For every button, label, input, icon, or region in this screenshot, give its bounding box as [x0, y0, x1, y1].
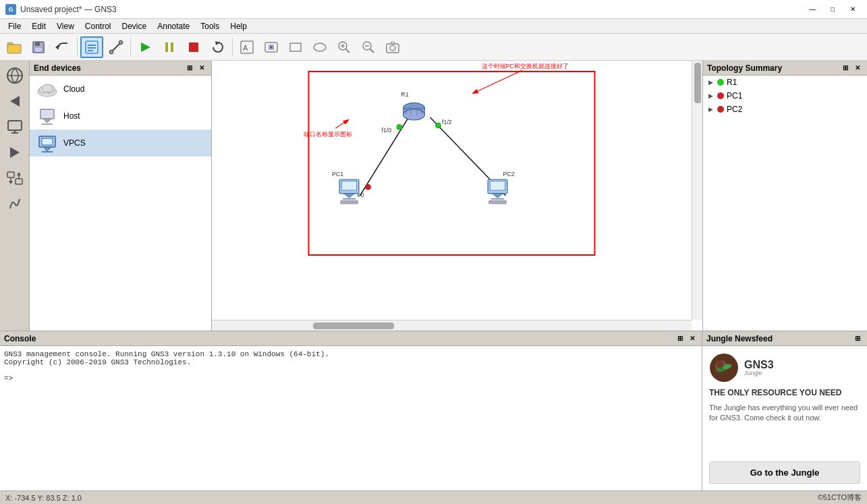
svg-rect-66: [341, 181, 356, 190]
zoom-in-button[interactable]: [333, 36, 356, 58]
camera-button[interactable]: [381, 36, 404, 58]
menu-tools[interactable]: Tools: [195, 20, 225, 32]
left-sidebar: [0, 61, 30, 331]
browse-all-button[interactable]: [3, 63, 27, 88]
vertical-scrollbar-thumb[interactable]: [694, 63, 701, 103]
console-title: Console: [4, 334, 675, 343]
titlebar: G Unsaved project* — GNS3 — □ ✕: [0, 0, 867, 19]
vertical-scrollbar[interactable]: [692, 61, 702, 320]
back-button[interactable]: [3, 89, 27, 113]
open-folder-button[interactable]: [3, 36, 26, 58]
edit-text-button[interactable]: A: [235, 36, 258, 58]
undo-button[interactable]: [51, 36, 74, 58]
window-title: Unsaved project* — GNS3: [20, 5, 117, 14]
menu-control[interactable]: Control: [80, 20, 117, 32]
vpcs-label: VPCS: [63, 138, 86, 148]
horizontal-scrollbar[interactable]: [212, 320, 692, 331]
svg-rect-14: [171, 43, 173, 52]
jungle-title: Jungle Newsfeed: [706, 334, 852, 343]
minimize-button[interactable]: —: [804, 3, 821, 16]
ellipse-button[interactable]: [308, 36, 331, 58]
svg-text:A: A: [243, 44, 248, 52]
menu-file[interactable]: File: [3, 20, 26, 32]
ts-close-button[interactable]: ✕: [852, 63, 863, 74]
forward-button[interactable]: [3, 140, 27, 165]
annotation-connected: 这个时候PC和交换机就连接好了: [482, 63, 569, 69]
jungle-logo-icon: [709, 353, 739, 383]
ts-label-pc1: PC1: [727, 91, 742, 101]
ts-item-pc2[interactable]: ▶ PC2: [703, 103, 867, 116]
svg-marker-12: [141, 43, 150, 52]
ts-chevron-pc2: ▶: [708, 106, 713, 113]
ts-expand-button[interactable]: ⊞: [840, 63, 851, 74]
add-link-button[interactable]: [105, 36, 128, 58]
svg-rect-50: [40, 109, 54, 119]
horizontal-scrollbar-thumb[interactable]: [313, 323, 394, 329]
menu-device[interactable]: Device: [117, 20, 152, 32]
svg-marker-73: [493, 194, 503, 198]
svg-point-23: [314, 43, 326, 51]
console-content: GNS3 management console. Running GNS3 ve…: [0, 346, 702, 491]
device-host[interactable]: Host: [30, 103, 211, 130]
ts-label-r1: R1: [727, 78, 737, 87]
console-line-3: [4, 366, 698, 374]
console-prompt: =>: [4, 374, 698, 383]
svg-marker-39: [10, 147, 20, 158]
squiggle-button[interactable]: [3, 192, 27, 216]
menu-help[interactable]: Help: [225, 20, 252, 32]
annotation-port-icon: 端口名称显示图标: [304, 131, 352, 138]
ts-label-pc2: PC2: [727, 105, 742, 114]
pause-button[interactable]: [158, 36, 181, 58]
host-label: Host: [63, 111, 80, 121]
menu-view[interactable]: View: [51, 20, 80, 32]
topology-canvas[interactable]: f1/0 f1/2 e0 e0 R1: [212, 61, 702, 320]
red-border-box: [309, 72, 595, 255]
canvas-area[interactable]: f1/0 f1/2 e0 e0 R1: [212, 61, 702, 331]
port-dot-f1-2: [436, 123, 441, 128]
node-pc1[interactable]: PC1: [332, 171, 359, 204]
ts-item-pc1[interactable]: ▶ PC1: [703, 89, 867, 103]
svg-point-21: [270, 46, 273, 49]
show-interfaces-button[interactable]: [80, 36, 103, 58]
zoom-out-button[interactable]: [357, 36, 380, 58]
panel-expand-button[interactable]: ⊞: [184, 63, 195, 74]
svg-line-29: [370, 49, 374, 53]
monitor-button[interactable]: [3, 115, 27, 139]
svg-rect-13: [165, 43, 168, 52]
reload-button[interactable]: [206, 36, 229, 58]
jungle-expand-button[interactable]: ⊞: [852, 333, 863, 344]
svg-rect-40: [7, 172, 14, 177]
svg-marker-35: [10, 96, 20, 107]
svg-rect-2: [35, 42, 40, 46]
svg-marker-55: [43, 147, 51, 151]
annotation-arrow-2: [336, 120, 348, 128]
close-button[interactable]: ✕: [844, 3, 862, 16]
svg-text:R1: R1: [401, 91, 408, 98]
device-cloud[interactable]: Cloud: [30, 76, 211, 103]
device-vpcs[interactable]: VPCS: [30, 130, 211, 157]
svg-rect-69: [341, 200, 358, 204]
main-area: End devices ⊞ ✕ Cloud Host VPCS: [0, 61, 867, 331]
svg-text:PC2: PC2: [503, 171, 515, 177]
stop-button[interactable]: [182, 36, 205, 58]
menu-edit[interactable]: Edit: [26, 20, 51, 32]
node-r1[interactable]: R1: [401, 91, 424, 120]
console-close-button[interactable]: ✕: [687, 333, 698, 344]
maximize-button[interactable]: □: [824, 3, 841, 16]
annotation-arrow-1: [474, 70, 522, 93]
menu-annotate[interactable]: Annotate: [152, 20, 195, 32]
save-button[interactable]: [27, 36, 50, 58]
rectangle-button[interactable]: [284, 36, 307, 58]
jungle-logo-text-area: GNS3 Jungle: [744, 359, 774, 377]
screenshot-button[interactable]: [260, 36, 283, 58]
port-label-f1-0: f1/0: [382, 127, 392, 134]
go-to-jungle-button[interactable]: Go to the Jungle: [709, 461, 860, 484]
ts-item-r1[interactable]: ▶ R1: [703, 76, 867, 89]
panel-close-button[interactable]: ✕: [196, 63, 207, 74]
svg-rect-3: [35, 48, 42, 52]
run-button[interactable]: [134, 36, 157, 58]
toolbar-separator-1: [77, 38, 78, 57]
node-pc2[interactable]: PC2: [488, 171, 515, 204]
console-expand-button[interactable]: ⊞: [675, 333, 686, 344]
switch-devices-button[interactable]: [3, 166, 27, 190]
